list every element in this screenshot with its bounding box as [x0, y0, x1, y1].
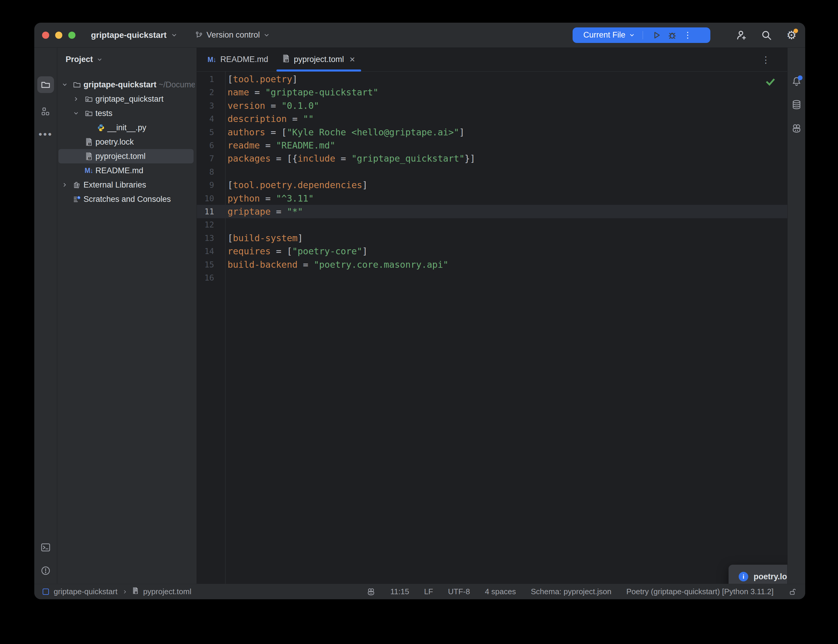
run-configuration-selector[interactable]: Current File — [583, 30, 635, 39]
zoom-window-button[interactable] — [68, 31, 76, 39]
interpreter-widget[interactable]: Poetry (griptape-quickstart) [Python 3.1… — [626, 587, 774, 596]
tab-options-button[interactable]: ⋮ — [760, 54, 772, 66]
line-separator-widget[interactable]: LF — [424, 587, 433, 596]
tree-toggle[interactable] — [61, 82, 69, 88]
code-line-16[interactable] — [228, 271, 787, 284]
line-number[interactable]: 4 — [197, 112, 214, 125]
tree-toggle[interactable] — [61, 182, 69, 188]
tree-item-external-libraries[interactable]: External Libraries — [57, 178, 195, 192]
code-line-8[interactable] — [228, 165, 787, 179]
run-button[interactable] — [649, 31, 664, 39]
info-icon: i — [739, 572, 748, 582]
copilot-status-button[interactable] — [366, 587, 375, 596]
project-panel-header[interactable]: Project — [66, 55, 103, 64]
vcs-widget[interactable]: Version control — [195, 30, 270, 39]
code-line-1[interactable]: [tool.poetry] — [228, 72, 787, 86]
desktop: griptape-quickstart Version control Curr… — [0, 0, 838, 644]
ai-assistant-tool-button[interactable] — [789, 121, 804, 136]
tree-item-readme-md[interactable]: M↓README.md — [57, 163, 195, 178]
caret-position-widget[interactable]: 11:15 — [390, 587, 409, 596]
code-line-5[interactable]: authors = ["Kyle Roche <hello@griptape.a… — [228, 125, 787, 139]
line-number[interactable]: 5 — [197, 125, 214, 139]
indent-widget[interactable]: 4 spaces — [485, 587, 516, 596]
problems-tool-button[interactable] — [37, 562, 54, 579]
code-token: ] — [362, 180, 368, 190]
code-line-7[interactable]: packages = [{include = "griptape_quickst… — [228, 152, 787, 165]
tree-item--init-py[interactable]: __init__.py — [57, 120, 195, 135]
search-everywhere-button[interactable] — [761, 29, 772, 41]
code-with-me-button[interactable] — [735, 29, 748, 41]
tab-label: README.md — [220, 55, 268, 64]
tab-pyproject-toml[interactable]: [T]pyproject.toml✕ — [275, 48, 362, 71]
code-line-12[interactable] — [228, 218, 787, 232]
line-number[interactable]: 13 — [197, 232, 214, 245]
line-number[interactable]: 12 — [197, 218, 214, 232]
minimize-window-button[interactable] — [55, 31, 62, 39]
more-run-actions-button[interactable]: ⋮ — [680, 30, 695, 40]
debug-button[interactable] — [664, 31, 680, 39]
toml-file-icon: [T] — [283, 54, 289, 62]
tree-item-tests[interactable]: tests — [57, 106, 195, 120]
line-number[interactable]: 6 — [197, 139, 214, 152]
line-number[interactable]: 14 — [197, 245, 214, 258]
line-number[interactable]: 1 — [197, 72, 214, 86]
tab-readme-md[interactable]: M↓README.md — [200, 48, 275, 71]
line-number[interactable]: 3 — [197, 99, 214, 112]
line-number[interactable]: 15 — [197, 258, 214, 271]
tree-toggle[interactable] — [72, 110, 80, 116]
tree-item-griptape-quickstart[interactable]: griptape-quickstart ~/Docume — [57, 77, 195, 92]
scratches-icon — [73, 195, 81, 203]
tree-item-pyproject-toml[interactable]: [T]pyproject.toml — [57, 149, 195, 163]
project-panel-title: Project — [66, 55, 93, 64]
markdown-icon: M↓ — [207, 56, 216, 64]
inspections-widget[interactable] — [765, 77, 776, 88]
code-line-2[interactable]: name = "griptape-quickstart" — [228, 85, 787, 99]
module-icon — [43, 588, 49, 595]
code-line-14[interactable]: requires = ["poetry-core"] — [228, 245, 787, 258]
tree-item-label: README.md — [95, 166, 143, 175]
line-number[interactable]: 10 — [197, 192, 214, 205]
encoding-widget[interactable]: UTF-8 — [448, 587, 470, 596]
close-tab-icon[interactable]: ✕ — [349, 56, 355, 64]
notifications-tool-button[interactable] — [789, 74, 804, 89]
code-token: description — [228, 113, 287, 124]
project-tool-button[interactable] — [37, 76, 54, 93]
toml-file-icon: [T] — [85, 138, 92, 146]
schema-widget[interactable]: Schema: pyproject.json — [531, 587, 611, 596]
terminal-tool-button[interactable] — [37, 539, 54, 556]
breadcrumb-project[interactable]: griptape-quickstart — [54, 587, 118, 596]
code-line-10[interactable]: python = "^3.11" — [228, 192, 787, 205]
database-tool-button[interactable] — [789, 97, 804, 112]
code-token: "" — [303, 113, 314, 124]
close-window-button[interactable] — [42, 31, 49, 39]
svg-text:[T]: [T] — [134, 591, 138, 594]
settings-button[interactable]: ⚙ — [785, 29, 797, 41]
tree-item-scratches-and-consoles[interactable]: Scratches and Consoles — [57, 192, 195, 206]
line-number[interactable]: 16 — [197, 271, 214, 284]
code-token: ] — [292, 74, 297, 84]
code-line-6[interactable]: readme = "README.md" — [228, 139, 787, 152]
code-line-11[interactable]: griptape = "*" — [228, 205, 787, 218]
tree-item-poetry-lock[interactable]: [T]poetry.lock — [57, 135, 195, 149]
code-line-13[interactable]: [build-system] — [228, 232, 787, 245]
code-token: include — [297, 153, 335, 164]
tree-toggle[interactable] — [72, 96, 80, 102]
project-widget[interactable]: griptape-quickstart — [91, 30, 177, 40]
line-number[interactable]: 8 — [197, 165, 214, 179]
chevron-down-icon — [97, 57, 103, 62]
line-number[interactable]: 9 — [197, 178, 214, 192]
readonly-toggle[interactable] — [789, 588, 797, 596]
structure-tool-button[interactable] — [37, 103, 54, 120]
tree-item-label: poetry.lock — [95, 138, 134, 147]
project-widget-label: griptape-quickstart — [91, 30, 167, 40]
code-line-4[interactable]: description = "" — [228, 112, 787, 125]
code-line-15[interactable]: build-backend = "poetry.core.masonry.api… — [228, 258, 787, 271]
line-number[interactable]: 11 — [197, 205, 214, 218]
tree-item-griptape-quickstart[interactable]: griptape_quickstart — [57, 92, 195, 106]
code-line-9[interactable]: [tool.poetry.dependencies] — [228, 178, 787, 192]
more-tools-button[interactable]: ••• — [37, 126, 54, 143]
breadcrumb-file[interactable]: pyproject.toml — [143, 587, 191, 596]
line-number[interactable]: 7 — [197, 152, 214, 165]
code-line-3[interactable]: version = "0.1.0" — [228, 99, 787, 112]
line-number[interactable]: 2 — [197, 85, 214, 99]
